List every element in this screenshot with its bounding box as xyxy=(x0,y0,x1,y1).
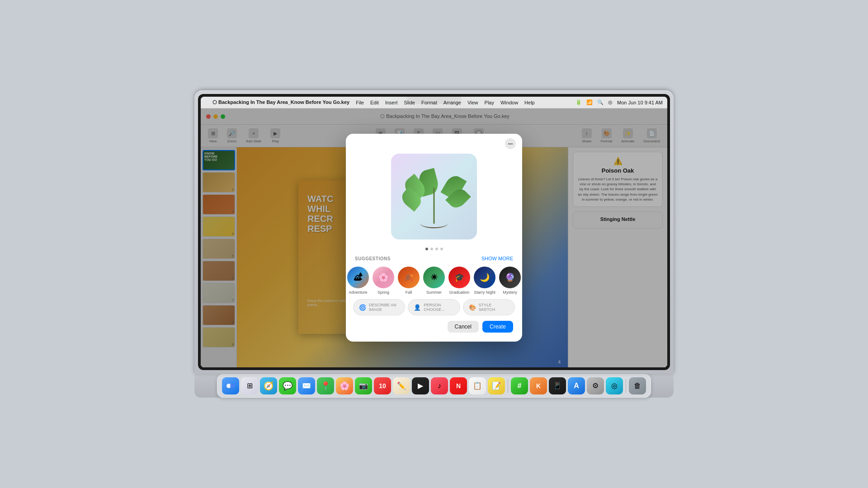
style-label-mystery: Mystery xyxy=(503,290,517,295)
svg-point-1 xyxy=(230,384,235,388)
cancel-button[interactable]: Cancel xyxy=(448,321,479,333)
style-thumb-adventure: 🏕 xyxy=(347,267,369,288)
image-generation-modal: ••• xyxy=(346,134,522,342)
macbook: ⬡ Backpacking In The Bay Area_Know Befor… xyxy=(194,90,674,398)
dock-icon-airdrop[interactable]: ◎ xyxy=(606,377,623,394)
dock-icon-freeform[interactable]: ✏️ xyxy=(393,377,410,394)
menubar-view[interactable]: View xyxy=(467,100,478,105)
dock-icon-calendar[interactable]: 10 xyxy=(374,377,391,394)
dock-icon-finder[interactable] xyxy=(222,377,239,394)
dock-icon-music[interactable]: ♪ xyxy=(431,377,448,394)
menubar-file[interactable]: File xyxy=(356,100,364,105)
style-label-spring: Spring xyxy=(377,290,389,295)
dock-icon-mail[interactable]: ✉️ xyxy=(298,377,315,394)
datetime-display: Mon Jun 10 9:41 AM xyxy=(617,100,663,105)
style-thumb-mystery: 🔮 xyxy=(499,267,521,288)
suggestions-label: SUGGESTIONS xyxy=(355,256,391,261)
menubar-format[interactable]: Format xyxy=(421,100,437,105)
search-icon[interactable]: 🔍 xyxy=(597,99,604,105)
style-label-graduation: Graduation xyxy=(449,290,470,295)
style-item-spring[interactable]: 🌸 Spring xyxy=(373,267,394,295)
menubar-keynote[interactable]: ⬡ Backpacking In The Bay Area_Know Befor… xyxy=(212,99,349,105)
dock-icon-mirror[interactable]: 📱 xyxy=(549,377,566,394)
style-thumb-summer: ☀ xyxy=(423,267,445,288)
suggestions-header: SUGGESTIONS SHOW MORE xyxy=(346,254,522,263)
dock-icon-notes[interactable]: 📝 xyxy=(488,377,505,394)
create-button[interactable]: Create xyxy=(482,321,513,333)
style-label-starry-night: Starry Night xyxy=(474,290,495,295)
menubar-window[interactable]: Window xyxy=(500,100,518,105)
plant-illustration xyxy=(398,160,470,233)
style-item-mystery[interactable]: 🔮 Mystery xyxy=(499,267,521,295)
plant-roots xyxy=(420,219,448,228)
dock-icon-appletv[interactable]: ▶ xyxy=(412,377,429,394)
dock-icon-facetime[interactable]: 📷 xyxy=(355,377,372,394)
menubar-slide[interactable]: Slide xyxy=(404,100,415,105)
modal-more-button[interactable]: ••• xyxy=(505,138,516,149)
style-item-fall[interactable]: 🍂 Fall xyxy=(398,267,420,295)
dock-icon-safari[interactable]: 🧭 xyxy=(260,377,277,394)
dot-2[interactable] xyxy=(430,248,433,250)
dock-icon-appstore[interactable]: A xyxy=(568,377,585,394)
style-grid: 🏕 Adventure 🌸 Spring xyxy=(346,267,522,295)
menubar: ⬡ Backpacking In The Bay Area_Know Befor… xyxy=(201,97,667,108)
modal-overlay: ••• xyxy=(201,108,667,367)
style-thumb-fall: 🍂 xyxy=(398,267,420,288)
style-label-fall: Fall xyxy=(406,290,412,295)
dock-separator-2 xyxy=(626,379,626,393)
style-label-summer: Summer xyxy=(426,290,442,295)
style-item-adventure[interactable]: 🏕 Adventure xyxy=(347,267,369,295)
battery-icon: 🔋 xyxy=(576,99,582,105)
modal-header: ••• xyxy=(346,134,522,149)
screen: ⬡ Backpacking In The Bay Area_Know Befor… xyxy=(201,97,667,367)
dock-icon-launchpad[interactable]: ⊞ xyxy=(241,377,258,394)
screen-bezel: ⬡ Backpacking In The Bay Area_Know Befor… xyxy=(198,94,670,370)
menubar-edit[interactable]: Edit xyxy=(370,100,379,105)
dock-icon-settings[interactable]: ⚙ xyxy=(587,377,604,394)
style-icon: 🎨 xyxy=(469,304,476,311)
dot-4[interactable] xyxy=(440,248,443,250)
dock-icon-photos[interactable]: 🌸 xyxy=(336,377,353,394)
menubar-arrange[interactable]: Arrange xyxy=(443,100,461,105)
dot-3[interactable] xyxy=(435,248,438,250)
menubar-right: 🔋 📶 🔍 ◎ Mon Jun 10 9:41 AM xyxy=(576,99,663,105)
describe-image-icon: 🌀 xyxy=(359,304,366,311)
style-thumb-starry-night: 🌙 xyxy=(474,267,495,288)
style-label-adventure: Adventure xyxy=(349,290,367,295)
show-more-button[interactable]: SHOW MORE xyxy=(481,256,513,261)
dock-separator xyxy=(508,379,508,393)
dock-icon-messages[interactable]: 💬 xyxy=(279,377,296,394)
menubar-help[interactable]: Help xyxy=(524,100,535,105)
dock-container: ⊞ 🧭 💬 ✉️ 📍 🌸 📷 10 ✏️ ▶ ♪ N 📋 📝 # K 📱 A ⚙… xyxy=(194,374,674,398)
dot-1[interactable] xyxy=(425,248,428,250)
dock-icon-trash[interactable]: 🗑 xyxy=(629,377,646,394)
style-thumb-graduation: 🎓 xyxy=(448,267,470,288)
dock-icon-keynote[interactable]: K xyxy=(530,377,547,394)
modal-image xyxy=(391,154,477,239)
style-item-graduation[interactable]: 🎓 Graduation xyxy=(448,267,470,295)
keynote-window: ⬡ Backpacking In The Bay Area_Know Befor… xyxy=(201,108,667,367)
macbook-lid: ⬡ Backpacking In The Bay Area_Know Befor… xyxy=(194,90,674,374)
person-chip[interactable]: 👤 PERSON CHOOSE... xyxy=(408,299,460,315)
dock: ⊞ 🧭 💬 ✉️ 📍 🌸 📷 10 ✏️ ▶ ♪ N 📋 📝 # K 📱 A ⚙… xyxy=(217,374,651,398)
person-icon: 👤 xyxy=(414,304,421,311)
dock-icon-reminders[interactable]: 📋 xyxy=(469,377,486,394)
person-text: PERSON CHOOSE... xyxy=(424,303,445,313)
menubar-insert[interactable]: Insert xyxy=(385,100,398,105)
style-item-summer[interactable]: ☀ Summer xyxy=(423,267,445,295)
dock-icon-numbers[interactable]: # xyxy=(511,377,528,394)
describe-image-chip[interactable]: 🌀 DESCRIBE AN IMAGE xyxy=(353,299,405,315)
describe-image-text: DESCRIBE AN IMAGE xyxy=(369,303,396,313)
dock-icon-maps[interactable]: 📍 xyxy=(317,377,334,394)
siri-icon[interactable]: ◎ xyxy=(608,99,613,105)
style-chip[interactable]: 🎨 STYLE SKETCH xyxy=(463,299,515,315)
menubar-play[interactable]: Play xyxy=(485,100,494,105)
style-thumb-spring: 🌸 xyxy=(373,267,394,288)
style-item-starry-night[interactable]: 🌙 Starry Night xyxy=(474,267,495,295)
plant-stem xyxy=(434,188,435,224)
style-text: STYLE SKETCH xyxy=(479,303,495,313)
modal-buttons: Cancel Create xyxy=(346,317,522,333)
dock-icon-news[interactable]: N xyxy=(450,377,467,394)
modal-image-container xyxy=(346,149,522,244)
dots-indicator xyxy=(346,248,522,250)
